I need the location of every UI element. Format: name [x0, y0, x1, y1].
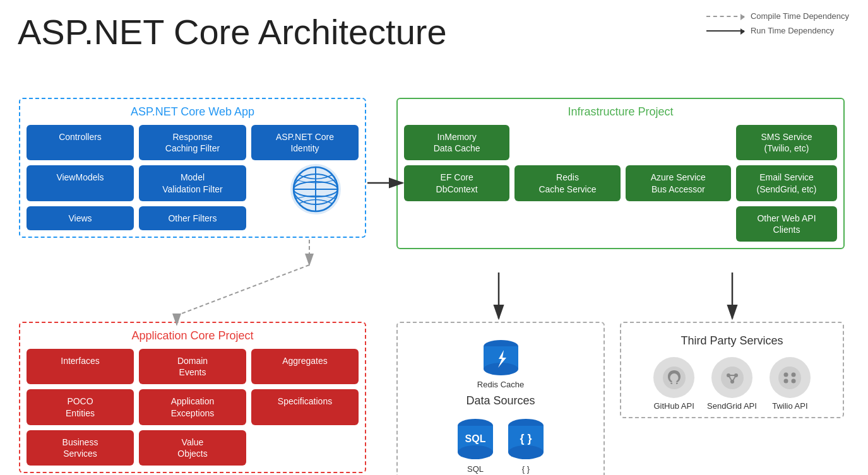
- json-cylinder-icon: { }: [507, 417, 545, 461]
- other-filters-box: Other Filters: [139, 206, 246, 230]
- redis-label: Redis Cache: [477, 380, 524, 389]
- sql-cylinder-icon: SQL: [456, 417, 494, 461]
- svg-point-23: [784, 378, 788, 383]
- sms-service-box: SMS Service(Twilio, etc): [736, 125, 837, 160]
- appcore-section: Application Core Project Interfaces Doma…: [19, 322, 366, 473]
- value-objects-box: ValueObjects: [139, 430, 246, 466]
- legend: Compile Time Dependency Run Time Depende…: [706, 11, 849, 35]
- infra-layout: InMemoryData Cache EF CoreDbContext Redi…: [404, 125, 837, 242]
- svg-line-36: [177, 265, 309, 315]
- github-icon: [653, 357, 694, 398]
- svg-point-2: [484, 363, 518, 375]
- compile-label: Compile Time Dependency: [751, 11, 849, 21]
- datasources-label: Data Sources: [404, 394, 597, 408]
- github-label: GitHub API: [653, 401, 694, 411]
- other-webapi-box: Other Web APIClients: [736, 206, 837, 242]
- inmemory-cache-box: InMemoryData Cache: [404, 125, 509, 160]
- thirdparty-label: Third Party Services: [627, 334, 836, 348]
- svg-point-24: [792, 378, 796, 383]
- viewmodels-box: ViewModels: [27, 165, 134, 201]
- svg-point-21: [784, 372, 788, 377]
- svg-point-13: [721, 367, 744, 389]
- poco-entities-box: POCOEntities: [27, 389, 134, 425]
- appcore-box-grid: Interfaces DomainEvents Aggregates POCOE…: [27, 349, 359, 466]
- github-item: GitHub API: [653, 357, 694, 411]
- svg-point-6: [458, 445, 493, 459]
- redis-cylinder-icon: [484, 339, 518, 377]
- redis-cache-service-box: RedisCache Service: [514, 165, 620, 201]
- controllers-box: Controllers: [27, 125, 134, 160]
- json-db-item: { } { }: [507, 417, 545, 474]
- app-exceptions-box: ApplicationExceptions: [139, 389, 246, 425]
- sql-label: SQL: [467, 464, 484, 474]
- redis-icon-area: Redis Cache: [404, 339, 597, 389]
- aspnet-section-label: ASP.NET Core Web App: [27, 105, 359, 119]
- infra-section-label: Infrastructure Project: [404, 105, 837, 119]
- interfaces-box: Interfaces: [27, 349, 134, 384]
- svg-point-10: [508, 445, 544, 459]
- sendgrid-icon: [711, 357, 752, 398]
- twilio-label: Twilio API: [772, 401, 807, 411]
- aspnet-globe-icon: [287, 161, 344, 218]
- thirdparty-section: Third Party Services GitHub API: [620, 322, 844, 418]
- runtime-legend-item: Run Time Dependency: [706, 26, 849, 35]
- runtime-label: Run Time Dependency: [751, 26, 834, 35]
- aspnet-globe-area: [287, 161, 344, 220]
- twilio-item: Twilio API: [770, 357, 811, 411]
- sendgrid-label: SendGrid API: [707, 401, 757, 411]
- efcore-box: EF CoreDbContext: [404, 165, 509, 201]
- infra-right: SMS Service(Twilio, etc) Email Service(S…: [736, 125, 837, 242]
- domain-events-box: DomainEvents: [139, 349, 246, 384]
- svg-point-20: [778, 367, 801, 389]
- email-service-box: Email Service(SendGrid, etc): [736, 165, 837, 201]
- sql-db-item: SQL SQL: [456, 417, 494, 474]
- specifications-box: Specifications: [251, 389, 359, 425]
- json-label: { }: [522, 464, 530, 474]
- aspnet-identity-box: ASP.NET CoreIdentity: [251, 125, 359, 160]
- thirdparty-icons: GitHub API SendGrid API: [627, 357, 836, 411]
- compile-legend-item: Compile Time Dependency: [706, 11, 849, 21]
- model-validation-box: ModelValidation Filter: [139, 165, 246, 201]
- aggregates-box: Aggregates: [251, 349, 359, 384]
- datasources-section: Redis Cache Data Sources SQL SQL { } { }: [396, 322, 605, 475]
- svg-point-22: [792, 372, 796, 377]
- infra-section: Infrastructure Project InMemoryData Cach…: [396, 98, 845, 249]
- response-caching-box: ResponseCaching Filter: [139, 125, 246, 160]
- svg-text:{  }: { }: [520, 432, 532, 445]
- azure-service-bus-box: Azure ServiceBus Accessor: [626, 165, 731, 201]
- twilio-icon: [770, 357, 811, 398]
- infra-top-row: InMemoryData Cache: [404, 125, 731, 160]
- appcore-section-label: Application Core Project: [27, 329, 359, 343]
- dashed-arrow-icon: [706, 16, 744, 17]
- page-title: ASP.NET Core Architecture: [18, 11, 447, 52]
- svg-point-12: [663, 367, 686, 389]
- datasource-icons: SQL SQL { } { }: [404, 417, 597, 474]
- svg-text:SQL: SQL: [465, 433, 486, 444]
- solid-arrow-icon: [706, 30, 744, 32]
- infra-bottom-row: EF CoreDbContext RedisCache Service Azur…: [404, 165, 731, 201]
- infra-left: InMemoryData Cache EF CoreDbContext Redi…: [404, 125, 731, 242]
- business-services-box: BusinessServices: [27, 430, 134, 466]
- views-box: Views: [27, 206, 134, 230]
- sendgrid-item: SendGrid API: [707, 357, 757, 411]
